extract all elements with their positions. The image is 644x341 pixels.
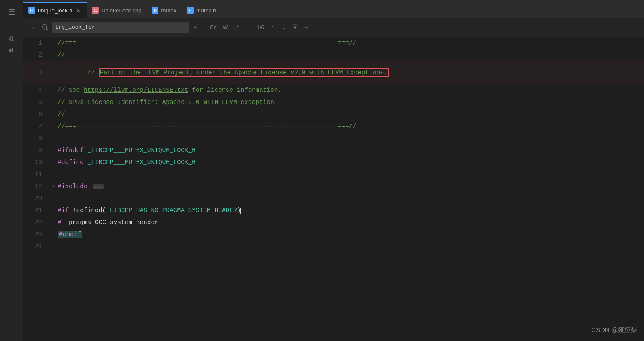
text-cursor xyxy=(240,208,241,214)
line-content-20 xyxy=(58,197,644,200)
line-number-10: 10 xyxy=(23,159,49,166)
line-content-1: //===-----------------------------------… xyxy=(58,38,644,48)
table-row: 21 #if !defined(_LIBCPP_HAS_NO_PRAGMA_SY… xyxy=(23,204,644,216)
main-content: H unique_lock.h ✕ C UniqueLock.cpp H mut… xyxy=(23,0,644,341)
search-icon xyxy=(42,24,48,30)
tab-label-mutex-h: mutex.h xyxy=(196,7,216,14)
search-nav: ↑ ↓ ⊽ ⋯ xyxy=(267,23,311,32)
line-number-21: 21 xyxy=(23,207,49,214)
line-content-10: #define _LIBCPP___MUTEX_UNIQUE_LOCK_H xyxy=(58,158,644,167)
tab-icon-mutex-h: H xyxy=(187,7,194,14)
line-fold-12[interactable]: › xyxy=(49,184,58,189)
search-filter-button[interactable]: ⊽ xyxy=(290,23,300,32)
line-content-24 xyxy=(58,245,644,248)
activity-bar: ☰ 日程 时 xyxy=(0,0,23,341)
table-row: 22 # pragma GCC system_header xyxy=(23,216,644,228)
line-number-7: 7 xyxy=(23,123,49,130)
table-row: 7 //===---------------------------------… xyxy=(23,120,644,132)
search-input[interactable] xyxy=(55,24,185,30)
whole-word-button[interactable]: W xyxy=(219,23,231,32)
line-content-8 xyxy=(58,137,644,140)
search-divider2 xyxy=(248,23,248,32)
line-number-2: 2 xyxy=(23,52,49,58)
tab-unique-lock-cpp[interactable]: C UniqueLock.cpp xyxy=(87,2,146,18)
line-number-22: 22 xyxy=(23,219,49,226)
line-3-comment-prefix: // xyxy=(88,69,99,76)
line-content-2: // xyxy=(58,50,644,60)
search-bar: › ✕ Cc W .* 1/6 ↑ ↓ ⊽ ⋯ xyxy=(23,18,644,37)
tab-label-unique-lock-h: unique_lock.h xyxy=(38,7,72,14)
line-content-11 xyxy=(58,173,644,176)
search-prev-button[interactable]: ↑ xyxy=(267,23,278,32)
line-content-4: // See https://llvm.org/LICENSE.txt for … xyxy=(58,85,644,95)
line-content-12: #include ... xyxy=(58,182,644,191)
table-row: 9 #ifndef _LIBCPP___MUTEX_UNIQUE_LOCK_H xyxy=(23,144,644,156)
search-options: Cc W .* xyxy=(207,23,243,32)
table-row: 10 #define _LIBCPP___MUTEX_UNIQUE_LOCK_H xyxy=(23,156,644,168)
tab-mutex[interactable]: H mutex xyxy=(146,2,181,18)
line-number-9: 9 xyxy=(23,147,49,154)
line-content-9: #ifndef _LIBCPP___MUTEX_UNIQUE_LOCK_H xyxy=(58,146,644,155)
tab-label-mutex: mutex xyxy=(161,7,176,14)
line-content-7: //===-----------------------------------… xyxy=(58,122,644,131)
table-row: 24 xyxy=(23,241,644,253)
case-sensitive-button[interactable]: Cc xyxy=(207,23,219,32)
sidebar-label-time: 时 xyxy=(8,44,15,44)
line-content-23: #endif xyxy=(58,230,644,239)
tab-icon-h1: H xyxy=(28,7,35,14)
line-number-8: 8 xyxy=(23,135,49,142)
line-number-4: 4 xyxy=(23,87,49,94)
search-divider xyxy=(202,23,202,32)
line-number-1: 1 xyxy=(23,40,49,46)
tab-icon-mutex: H xyxy=(152,7,158,14)
regex-button[interactable]: .* xyxy=(231,23,243,32)
line-3-highlight-box: Part of the LLVM Project, under the Apac… xyxy=(99,68,389,77)
table-row: 8 xyxy=(23,132,644,144)
watermark: CSDN @娅娅梨 xyxy=(591,326,637,334)
tab-close-unique-lock-h[interactable]: ✕ xyxy=(75,7,82,14)
table-row: 2 // xyxy=(23,49,644,61)
line-number-11: 11 xyxy=(23,171,49,178)
table-row: 23 #endif xyxy=(23,228,644,241)
table-row: 1 //===---------------------------------… xyxy=(23,37,644,49)
line-number-6: 6 xyxy=(23,111,49,118)
line-content-22: # pragma GCC system_header xyxy=(58,218,644,227)
tab-label-unique-lock-cpp: UniqueLock.cpp xyxy=(101,7,141,14)
tab-unique-lock-h[interactable]: H unique_lock.h ✕ xyxy=(23,2,87,18)
line-number-23: 23 xyxy=(23,231,49,238)
line-content-5: // SPDX-License-Identifier: Apache-2.0 W… xyxy=(58,97,644,107)
search-more-button[interactable]: ⋯ xyxy=(301,23,311,32)
line-3-comment-text: Part of the LLVM Project, under the Apac… xyxy=(100,69,388,76)
line-number-5: 5 xyxy=(23,99,49,106)
table-row: 5 // SPDX-License-Identifier: Apache-2.0… xyxy=(23,96,644,108)
line-number-12: 12 xyxy=(23,183,49,190)
line-number-20: 20 xyxy=(23,195,49,202)
table-row: 3 // Part of the LLVM Project, under the… xyxy=(23,61,644,84)
search-input-wrapper[interactable] xyxy=(52,22,189,33)
tab-bar: H unique_lock.h ✕ C UniqueLock.cpp H mut… xyxy=(23,0,644,18)
line-number-3: 3 xyxy=(23,69,49,76)
fold-indicator[interactable]: ... xyxy=(93,184,104,189)
table-row: 6 // xyxy=(23,108,644,120)
tab-icon-cpp: C xyxy=(92,7,99,14)
search-next-button[interactable]: ↓ xyxy=(279,23,289,32)
line-content-21: #if !defined(_LIBCPP_HAS_NO_PRAGMA_SYSTE… xyxy=(58,206,644,215)
line-content-3: // Part of the LLVM Project, under the A… xyxy=(58,61,644,84)
table-row: 12 › #include ... xyxy=(23,180,644,192)
line-number-24: 24 xyxy=(23,243,49,250)
table-row: 11 xyxy=(23,168,644,180)
search-toggle-button[interactable]: › xyxy=(28,22,39,33)
sidebar-icon-menu[interactable]: ☰ xyxy=(3,3,20,21)
search-count: 1/6 xyxy=(257,24,264,30)
tab-mutex-h[interactable]: H mutex.h xyxy=(182,2,221,18)
table-row: 20 xyxy=(23,192,644,204)
code-editor[interactable]: 1 //===---------------------------------… xyxy=(23,37,644,341)
table-row: 4 // See https://llvm.org/LICENSE.txt fo… xyxy=(23,84,644,96)
line-content-6: // xyxy=(58,110,644,119)
sidebar-label-schedule: 日程 xyxy=(8,33,15,33)
search-clear-button[interactable]: ✕ xyxy=(193,24,197,31)
